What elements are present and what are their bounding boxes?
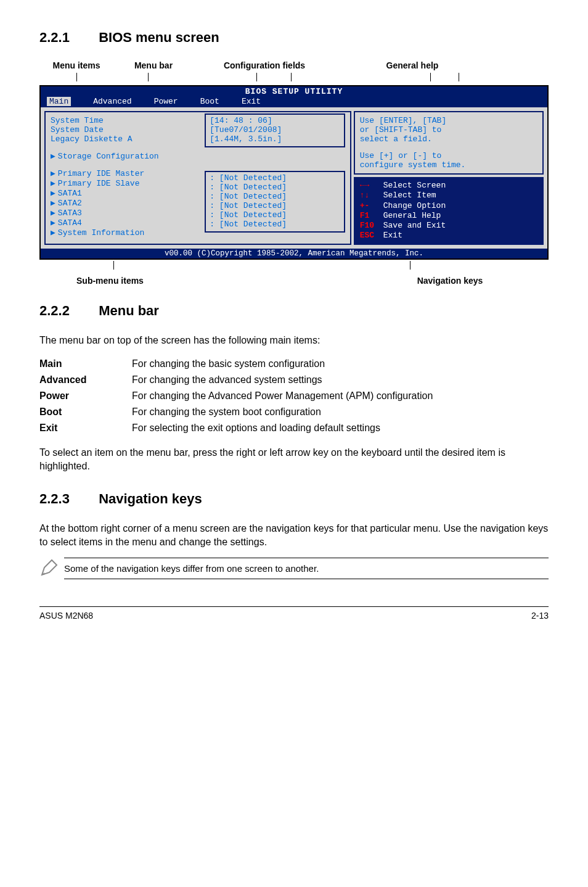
value-pri-master: : [Not Detected] [210, 173, 340, 183]
desc-power: For changing the Advanced Power Manageme… [132, 388, 433, 404]
field-system-time[interactable]: System Time [51, 116, 205, 125]
label-sub-menu: Sub-menu items [76, 276, 144, 286]
table-row: ExitFor selecting the exit options and l… [39, 420, 433, 436]
section-2-2-3-heading: 2.2.3 Navigation keys [39, 491, 549, 507]
diagram-top-labels: Menu items Menu bar Configuration fields… [39, 60, 549, 70]
bios-menu-bar[interactable]: Main Advanced Power Boot Exit [41, 97, 547, 107]
term-exit: Exit [39, 420, 132, 436]
nav-save-exit: Save and Exit [383, 221, 446, 230]
label-general-help: General help [335, 60, 489, 70]
label-menu-bar: Menu bar [113, 60, 194, 70]
section-title: BIOS menu screen [99, 30, 219, 45]
nav-general-help: General Help [383, 211, 441, 220]
arrow-icon: ▶ [51, 199, 55, 208]
key-esc: ESC [360, 231, 383, 241]
table-row: BootFor changing the system boot configu… [39, 404, 433, 420]
value-pri-slave: : [Not Detected] [210, 183, 340, 192]
diagram-ticks-top [39, 73, 549, 84]
term-power: Power [39, 388, 132, 404]
key-ud: ↑↓ [360, 191, 383, 200]
menubar-intro: The menu bar on top of the screen has th… [39, 334, 549, 347]
footer-right: 2-13 [531, 611, 549, 621]
field-sata2[interactable]: SATA2 [58, 199, 82, 208]
term-main: Main [39, 356, 132, 372]
field-sata1[interactable]: SATA1 [58, 189, 82, 198]
bios-help-panel: Use [ENTER], [TAB] or [SHIFT-TAB] to sel… [354, 111, 544, 175]
arrow-icon: ▶ [51, 208, 55, 218]
key-f1: F1 [360, 211, 383, 221]
table-row: PowerFor changing the Advanced Power Man… [39, 388, 433, 404]
help-line: Use [+] or [-] to [360, 151, 537, 160]
help-line: or [SHIFT-TAB] to [360, 125, 537, 134]
bios-footer: v00.00 (C)Copyright 1985-2002, American … [41, 249, 547, 258]
tab-advanced[interactable]: Advanced [93, 97, 131, 106]
arrow-icon: ▶ [51, 228, 55, 237]
bios-screenshot: BIOS SETUP UTILITY Main Advanced Power B… [39, 85, 549, 260]
value-sata1: : [Not Detected] [210, 192, 340, 201]
field-sys-info[interactable]: System Information [58, 228, 144, 237]
desc-exit: For selecting the exit options and loadi… [132, 420, 433, 436]
value-frame-bottom: : [Not Detected] : [Not Detected] : [Not… [205, 171, 345, 233]
menu-definitions-table: MainFor changing the basic system config… [39, 356, 433, 436]
tab-boot[interactable]: Boot [200, 97, 219, 106]
table-row: AdvancedFor changing the advanced system… [39, 372, 433, 388]
bios-nav-panel: ←→Select Screen ↑↓Select Item +-Change O… [354, 177, 544, 245]
label-nav-keys: Navigation keys [388, 276, 512, 286]
field-system-date[interactable]: System Date [51, 125, 205, 134]
section-title: Menu bar [99, 303, 159, 318]
field-sata4[interactable]: SATA4 [58, 218, 82, 228]
field-sata3[interactable]: SATA3 [58, 208, 82, 218]
term-boot: Boot [39, 404, 132, 420]
value-sata2: : [Not Detected] [210, 201, 340, 210]
bios-left-panel: System Time System Date Legacy Diskette … [44, 111, 351, 245]
field-pri-slave[interactable]: Primary IDE Slave [58, 179, 140, 188]
note-text: Some of the navigation keys differ from … [64, 558, 549, 579]
tab-exit[interactable]: Exit [242, 97, 261, 106]
term-advanced: Advanced [39, 372, 132, 388]
section-2-2-2-heading: 2.2.2 Menu bar [39, 303, 549, 319]
help-line: select a field. [360, 134, 537, 144]
arrow-icon: ▶ [51, 179, 55, 188]
menubar-tail: To select an item on the menu bar, press… [39, 446, 549, 474]
footer-rule [39, 606, 549, 607]
key-lr: ←→ [360, 181, 383, 191]
value-sata4: : [Not Detected] [210, 220, 340, 229]
key-f10: F10 [360, 221, 383, 231]
value-sata3: : [Not Detected] [210, 210, 340, 220]
key-pm: +- [360, 201, 383, 211]
note-block: Some of the navigation keys differ from … [39, 558, 549, 582]
section-num: 2.2.1 [39, 30, 95, 46]
table-row: MainFor changing the basic system config… [39, 356, 433, 372]
value-system-time[interactable]: [14: 48 : 06] [210, 116, 340, 125]
section-num: 2.2.2 [39, 303, 95, 319]
help-line: configure system time. [360, 160, 537, 170]
value-system-date[interactable]: [Tue07/01/2008] [210, 125, 340, 134]
nav-select-screen: Select Screen [383, 181, 446, 190]
arrow-icon: ▶ [51, 218, 55, 228]
pencil-note-icon [39, 558, 64, 582]
tab-power[interactable]: Power [154, 97, 178, 106]
help-line: Use [ENTER], [TAB] [360, 116, 537, 125]
arrow-icon: ▶ [51, 152, 55, 161]
bios-title: BIOS SETUP UTILITY [41, 86, 547, 97]
diagram-bottom-labels: Sub-menu items Navigation keys [39, 276, 549, 286]
desc-main: For changing the basic system configurat… [132, 356, 433, 372]
label-menu-items: Menu items [39, 60, 113, 70]
field-storage-config[interactable]: Storage Configuration [58, 152, 159, 161]
nav-change-option: Change Option [383, 201, 446, 210]
diagram-ticks-bottom [39, 261, 549, 272]
field-pri-master[interactable]: Primary IDE Master [58, 169, 144, 178]
label-config-fields: Configuration fields [194, 60, 335, 70]
value-legacy-diskette[interactable]: [1.44M, 3.5in.] [210, 134, 340, 144]
footer-left: ASUS M2N68 [39, 611, 93, 621]
arrow-icon: ▶ [51, 169, 55, 178]
tab-main[interactable]: Main [47, 97, 71, 106]
desc-boot: For changing the system boot configurati… [132, 404, 433, 420]
section-2-2-1-heading: 2.2.1 BIOS menu screen [39, 30, 549, 46]
navkeys-body: At the bottom right corner of a menu scr… [39, 522, 549, 550]
value-frame-top: [14: 48 : 06] [Tue07/01/2008] [1.44M, 3.… [205, 113, 345, 147]
arrow-icon: ▶ [51, 189, 55, 198]
nav-exit: Exit [383, 231, 402, 240]
field-legacy-diskette[interactable]: Legacy Diskette A [51, 134, 205, 144]
nav-select-item: Select Item [383, 191, 436, 200]
